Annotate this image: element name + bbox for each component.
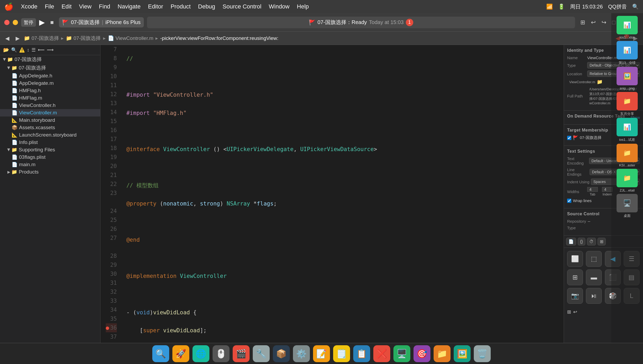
desktop-icon-3[interactable]: 🖼️ snip...png (613, 67, 641, 90)
dock-tools[interactable]: 🔧 (253, 345, 270, 362)
dock-finder[interactable]: 🔍 (152, 345, 169, 362)
desktop-icon-1[interactable]: 📊 ios1...xlsx (613, 16, 641, 39)
menu-find[interactable]: Find (99, 3, 110, 10)
sidebar-item-03flags[interactable]: 📄 03flags.plist (0, 153, 100, 161)
dock-mouse[interactable]: 🖱️ (213, 345, 229, 362)
sidebar-item-viewcontroller-h[interactable]: 📄 ViewController.h (0, 102, 100, 109)
dock-folder[interactable]: 📁 (434, 345, 451, 362)
toolbar-layout-1[interactable]: ⊞ (578, 18, 587, 27)
panel-btn-1[interactable]: ⊞ (567, 309, 571, 315)
wrap-lines-checkbox[interactable] (567, 199, 571, 203)
sc-type-label: Type (567, 226, 586, 230)
dock-safari[interactable]: 🌐 (192, 345, 209, 362)
search-icon[interactable]: 🔍 (632, 3, 639, 10)
history-icon-btn[interactable]: ⏱ (587, 238, 596, 245)
sidebar-toolbar-4[interactable]: ↕️ (27, 47, 29, 53)
sidebar-toolbar-2[interactable]: 🔍 (11, 47, 17, 53)
dock-launchpad[interactable]: 🚀 (172, 345, 189, 362)
sim-icon-5[interactable]: ▬ (586, 269, 602, 285)
menu-debug[interactable]: Debug (198, 3, 215, 10)
dock-target[interactable]: 🎯 (414, 345, 430, 362)
sidebar-item-appdelegate-h[interactable]: 📄 AppDelegate.h (0, 72, 100, 80)
desktop-icon-8[interactable]: 🖥️ 桌面 (613, 194, 641, 218)
dock-notes[interactable]: 📝 (313, 345, 330, 362)
nav-forward[interactable]: ▶ (13, 34, 22, 43)
sidebar-item-supporting[interactable]: ▶ 📁 Supporting Files (0, 146, 100, 153)
sim-icon-cam[interactable]: 📷 (567, 288, 583, 304)
desktop-icon-label-5: ios1...试差 (619, 137, 635, 142)
breadcrumb-4[interactable]: -pickerView:viewForRow:forComponent:reus… (160, 35, 278, 41)
sidebar-item-group[interactable]: ▶ 📁 07-国旗选择 (0, 64, 100, 72)
error-badge: 1 (406, 19, 413, 26)
breadcrumb-1[interactable]: 📁 07-国旗选择 (24, 35, 59, 42)
apple-menu[interactable]: 🍎 (4, 2, 13, 11)
nav-back[interactable]: ◀ (3, 34, 11, 43)
sidebar-item-main-m[interactable]: 📄 main.m (0, 161, 100, 168)
code-container[interactable]: 7 8 9 10 11 12 13 14 15 16 17 18 19 20 2… (100, 45, 564, 343)
panel-btn-2[interactable]: ↩ (573, 309, 577, 315)
desktop-icon-7[interactable]: 📁 ZJL...etail (613, 169, 641, 192)
sidebar-item-assets[interactable]: 📦 Assets.xcassets (0, 124, 100, 131)
desktop-icon-4[interactable]: 📁 车月分享 (613, 92, 641, 116)
sidebar-toolbar-6[interactable]: ⟵ (38, 47, 45, 53)
stop-button[interactable] (4, 20, 10, 25)
dock-word[interactable]: 📋 (353, 345, 370, 362)
sim-icon-1[interactable]: ⬜ (567, 251, 583, 267)
sim-icon-play[interactable]: ⏯ (586, 288, 602, 304)
desktop-icon-6[interactable]: 📁 KSI...aster (613, 144, 641, 167)
menu-source-control[interactable]: Source Control (223, 3, 261, 10)
dock-notepad[interactable]: 🗒️ (333, 345, 350, 362)
sidebar-toolbar-5[interactable]: ☰ (31, 47, 36, 53)
location-label: Location (567, 72, 586, 76)
grid-icon-btn[interactable]: ⊞ (598, 238, 606, 245)
dock-storage[interactable]: 📦 (273, 345, 290, 362)
toolbar-layout-3[interactable]: ↪ (599, 18, 608, 27)
dock-media[interactable]: 🎬 (233, 345, 250, 362)
dock-monitor[interactable]: 🖥️ (393, 345, 410, 362)
sidebar-item-info-plist[interactable]: 📄 Info.plist (0, 139, 100, 146)
file-icon-btn[interactable]: 📄 (566, 238, 576, 245)
minimize-button[interactable] (13, 20, 18, 25)
sidebar-item-viewcontroller-m[interactable]: 📄 ViewController.m (0, 109, 100, 116)
stop-square-button[interactable]: ■ (48, 18, 56, 27)
menu-navigate[interactable]: Navigate (118, 3, 141, 10)
sidebar-item-hmflag-m[interactable]: 📄 HMFlag.m (0, 94, 100, 102)
sidebar-toolbar-1[interactable]: 📂 (3, 47, 9, 53)
menu-window[interactable]: Window (269, 3, 290, 10)
sidebar-item-products[interactable]: ▶ 📁 Products (0, 168, 100, 176)
breadcrumb-3[interactable]: 📄 ViewController.m (108, 35, 154, 41)
dock-xmind[interactable]: ❌ (373, 345, 390, 362)
code-content[interactable]: // #import "ViewController.h" #import "H… (121, 45, 564, 343)
code-icon-btn[interactable]: {} (578, 238, 585, 245)
menu-product[interactable]: Product (171, 3, 191, 10)
menu-xcode[interactable]: Xcode (21, 3, 37, 10)
sidebar-item-launch[interactable]: 📐 LaunchScreen.storyboard (0, 131, 100, 139)
dock-trash[interactable]: 🗑️ (474, 345, 491, 362)
menu-file[interactable]: File (45, 3, 54, 10)
sim-icon-2[interactable]: ⬚ (586, 251, 602, 267)
tab-width-input[interactable] (587, 187, 598, 192)
menu-view[interactable]: View (79, 3, 91, 10)
menu-editor[interactable]: Editor (148, 3, 163, 10)
indent-width-input[interactable] (602, 187, 613, 192)
dock-photo[interactable]: 🖼️ (454, 345, 471, 362)
scheme-icon2: 🚩 (309, 19, 315, 26)
run-button[interactable]: ▶ (39, 18, 45, 27)
sidebar-item-hmflag-h[interactable]: 📄 HMFlag.h (0, 87, 100, 94)
desktop-icon-2[interactable]: 📊 第13...业绩 (613, 41, 641, 65)
location-browse-btn[interactable]: 📁 (597, 79, 603, 85)
sim-icon-grid[interactable]: ⊞ (567, 269, 583, 285)
target-checkbox[interactable] (567, 136, 571, 140)
breadcrumb-2[interactable]: 📁 07-国旗选择 (66, 35, 101, 42)
sidebar-item-main-storyboard[interactable]: 📐 Main.storyboard (0, 116, 100, 124)
sidebar-toolbar-3[interactable]: ⚠️ (19, 47, 25, 53)
menu-help[interactable]: Help (297, 3, 309, 10)
dock-settings[interactable]: ⚙️ (293, 345, 310, 362)
toolbar-layout-2[interactable]: ↩ (589, 18, 598, 27)
sidebar-item-appdelegate-m[interactable]: 📄 AppDelegate.m (0, 80, 100, 87)
sidebar-toolbar-7[interactable]: ⟶ (47, 47, 54, 53)
desktop-icon-5[interactable]: 📊 ios1...试差 (613, 118, 641, 142)
sidebar-item-project[interactable]: ▶ 📁 07-国旗选择 (0, 55, 100, 64)
menu-edit[interactable]: Edit (62, 3, 72, 10)
scheme-selector[interactable]: 🚩 07-国旗选择 | iPhone 6s Plus (59, 17, 144, 27)
